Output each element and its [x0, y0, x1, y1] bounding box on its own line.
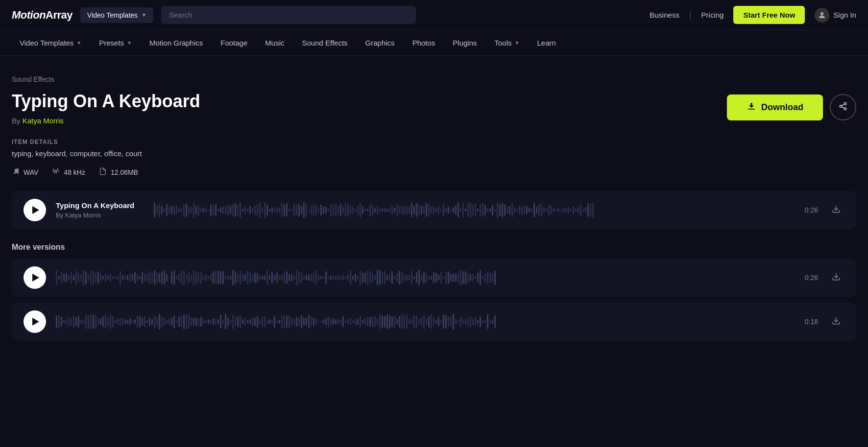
start-free-button[interactable]: Start Free Now: [733, 6, 805, 24]
svg-point-1: [844, 102, 846, 105]
business-link[interactable]: Business: [650, 11, 679, 19]
track-duration-v2: 0:26: [800, 274, 818, 282]
nav-item-label: Motion Graphics: [149, 39, 203, 47]
logo-text: MotionArray: [12, 9, 72, 21]
chevron-down-icon: ▼: [515, 40, 520, 46]
author-link[interactable]: Katya Morris: [23, 117, 64, 125]
item-details: ITEM DETAILS typing, keyboard, computer,…: [12, 139, 856, 177]
item-tags: typing, keyboard, computer, office, cour…: [12, 149, 856, 158]
download-button[interactable]: Download: [727, 94, 823, 120]
waveform-v3[interactable]: [56, 312, 791, 331]
title-area: Typing On A Keyboard By Katya Morris Dow…: [12, 91, 856, 125]
by-line: By Katya Morris: [12, 117, 200, 125]
nav-item-photos[interactable]: Photos: [405, 36, 443, 50]
play-button-v2[interactable]: [24, 266, 46, 289]
share-button[interactable]: [830, 94, 856, 120]
waveform-v2[interactable]: [56, 268, 791, 287]
chevron-down-icon: ▼: [142, 12, 146, 18]
svg-point-3: [844, 108, 846, 110]
audio-player-section: Typing On A Keyboard By Katya Morris 0:2…: [12, 191, 856, 341]
track-duration: 0:26: [800, 206, 818, 214]
nav-item-label: Presets: [99, 39, 124, 47]
share-icon: [839, 102, 847, 113]
download-label: Download: [761, 102, 803, 113]
play-button-v3[interactable]: [24, 310, 46, 333]
nav-item-footage[interactable]: Footage: [213, 36, 255, 50]
sign-in-area[interactable]: Sign In: [815, 8, 856, 23]
item-details-label: ITEM DETAILS: [12, 139, 856, 145]
nav-item-video-templates[interactable]: Video Templates ▼: [12, 36, 89, 50]
download-icon: [747, 101, 756, 114]
audio-player: Typing On A Keyboard By Katya Morris 0:2…: [12, 191, 856, 229]
nav-item-label: Footage: [220, 39, 247, 47]
file-icon: [99, 167, 107, 177]
nav-item-learn[interactable]: Learn: [529, 36, 563, 50]
main-content: Sound Effects Typing On A Keyboard By Ka…: [0, 56, 868, 358]
nav-item-motion-graphics[interactable]: Motion Graphics: [142, 36, 211, 50]
nav-item-tools[interactable]: Tools ▼: [487, 36, 528, 50]
play-icon: [32, 206, 39, 214]
audio-player-version-3: 0:18: [12, 303, 856, 341]
nav-item-label: Sound Effects: [302, 39, 347, 47]
video-templates-dropdown[interactable]: Video Templates ▼: [80, 7, 153, 23]
nav-item-label: Photos: [412, 39, 435, 47]
player-download-button[interactable]: [828, 203, 844, 218]
nav-item-label: Tools: [495, 39, 512, 47]
track-title: Typing On A Keyboard: [56, 201, 144, 210]
chevron-down-icon: ▼: [127, 40, 132, 46]
more-versions-label: More versions: [12, 243, 856, 252]
pricing-link[interactable]: Pricing: [701, 11, 724, 19]
track-duration-v3: 0:18: [800, 318, 818, 326]
nav-right-area: Business | Pricing Start Free Now Sign I…: [650, 6, 856, 24]
logo[interactable]: MotionArray: [12, 9, 72, 22]
sign-in-label: Sign In: [833, 11, 856, 19]
breadcrumb[interactable]: Sound Effects: [12, 75, 856, 83]
avatar-icon: [815, 8, 829, 23]
track-info: Typing On A Keyboard By Katya Morris: [56, 201, 144, 219]
file-size-value: 12.06MB: [111, 168, 138, 176]
search-input[interactable]: [161, 6, 416, 24]
meta-format: WAV: [12, 167, 38, 177]
nav-item-plugins[interactable]: Plugins: [445, 36, 484, 50]
page-title: Typing On A Keyboard: [12, 91, 200, 112]
secondary-navigation: Video Templates ▼ Presets ▼ Motion Graph…: [0, 30, 868, 56]
nav-item-label: Plugins: [453, 39, 477, 47]
action-buttons: Download: [727, 94, 856, 120]
nav-item-presets[interactable]: Presets ▼: [91, 36, 140, 50]
nav-item-label: Learn: [537, 39, 555, 47]
waveform-icon: [52, 167, 60, 177]
waveform[interactable]: [154, 200, 791, 220]
nav-item-music[interactable]: Music: [257, 36, 292, 50]
svg-line-5: [842, 104, 844, 105]
play-icon: [32, 274, 39, 282]
nav-item-label: Video Templates: [20, 39, 73, 47]
svg-point-0: [820, 12, 823, 15]
title-left: Typing On A Keyboard By Katya Morris: [12, 91, 200, 125]
meta-sample-rate: 48 kHz: [52, 167, 85, 177]
audio-player-version-2: 0:26: [12, 259, 856, 297]
player-download-button-v2[interactable]: [828, 270, 844, 285]
nav-item-graphics[interactable]: Graphics: [358, 36, 403, 50]
format-value: WAV: [24, 168, 38, 176]
play-icon: [32, 318, 39, 326]
track-author: By Katya Morris: [56, 212, 144, 219]
top-navigation: MotionArray Video Templates ▼ Business |…: [0, 0, 868, 30]
nav-item-label: Music: [265, 39, 284, 47]
sample-rate-value: 48 kHz: [64, 168, 85, 176]
nav-item-label: Graphics: [365, 39, 395, 47]
chevron-down-icon: ▼: [76, 40, 81, 46]
dropdown-label: Video Templates: [87, 11, 138, 19]
play-button[interactable]: [24, 199, 46, 221]
nav-divider: |: [689, 10, 692, 20]
by-prefix: By: [12, 117, 21, 125]
player-download-button-v3[interactable]: [828, 314, 844, 329]
svg-point-2: [840, 105, 842, 107]
meta-file-size: 12.06MB: [99, 167, 138, 177]
item-meta: WAV 48 kHz 12.06MB: [12, 167, 856, 177]
music-note-icon: [12, 167, 20, 177]
nav-item-sound-effects[interactable]: Sound Effects: [294, 36, 355, 50]
svg-line-4: [842, 107, 844, 108]
